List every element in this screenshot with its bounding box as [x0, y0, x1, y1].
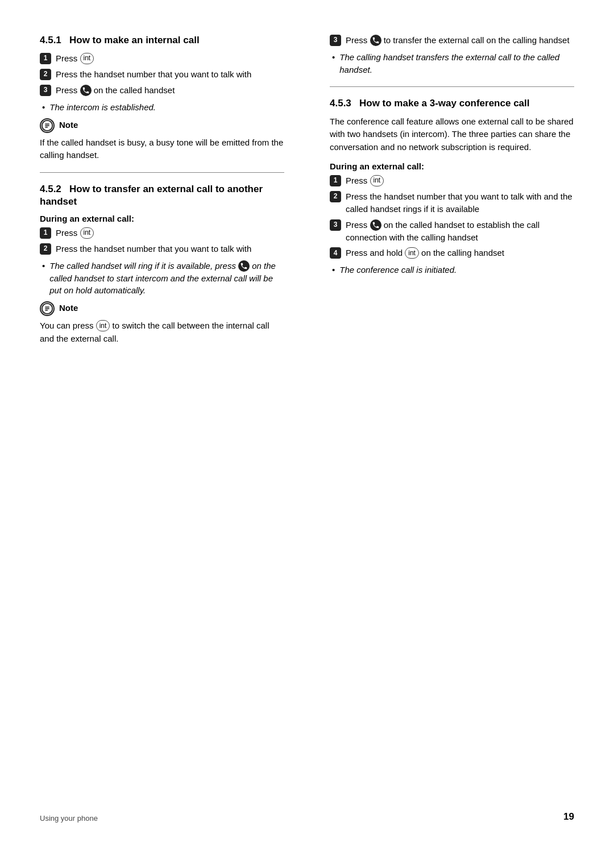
step-num-1: 1 [40, 53, 51, 64]
page: 4.5.1 How to make an internal call 1 Pre… [0, 0, 614, 868]
divider-1 [40, 172, 284, 173]
step-num-453-2: 2 [330, 191, 341, 202]
divider-2 [330, 86, 574, 87]
step-452-1: 1 Press int [40, 227, 284, 239]
bullet-451: • The intercom is established. [42, 101, 284, 114]
bullet-451-text: The intercom is established. [49, 101, 156, 114]
section-453: 4.5.3 How to make a 3-way conference cal… [330, 97, 574, 277]
section-452-subheading: During an external call: [40, 214, 284, 223]
step-453-4: 4 Press and hold int on the calling hand… [330, 247, 574, 259]
step-451-3-text: Press on the called handset [56, 84, 284, 97]
int-badge-453-4: int [405, 247, 419, 259]
step-num-452-1: 1 [40, 227, 51, 239]
section-453-title: 4.5.3 How to make a 3-way conference cal… [330, 97, 574, 110]
step-453-3-text: Press on the called handset to establish… [346, 219, 574, 244]
page-footer: Using your phone 19 [40, 805, 574, 823]
section-452-cont-steps: 3 Press to transfer the external call on… [330, 34, 574, 47]
section-451-title: 4.5.1 How to make an internal call [40, 34, 284, 47]
bullet-452-cont-text: The calling handset transfers the extern… [339, 51, 574, 76]
step-451-1-text: Press int [56, 52, 284, 65]
left-column: 4.5.1 How to make an internal call 1 Pre… [40, 34, 296, 794]
bullet-dot: • [42, 102, 45, 112]
note-content-452: You can press int to switch the call bet… [40, 319, 284, 345]
note-label-452: Note [59, 301, 78, 315]
step-452-3: 3 Press to transfer the external call on… [330, 34, 574, 47]
bullet-453: • The conference call is initiated. [332, 264, 574, 276]
bullet-452: • The called handset will ring if it is … [42, 260, 284, 297]
step-num-2: 2 [40, 69, 51, 80]
section-453-description: The conference call feature allows one e… [330, 115, 574, 154]
note-icon-451 [40, 118, 55, 133]
int-badge-452-1: int [80, 227, 94, 239]
step-453-2: 2 Press the handset number that you want… [330, 190, 574, 215]
talk-icon-452-3 [370, 35, 381, 46]
step-453-1: 1 Press int [330, 175, 574, 187]
int-badge: int [80, 53, 94, 64]
bullet-dot-452-cont: • [332, 52, 335, 62]
right-column: 3 Press to transfer the external call on… [318, 34, 574, 794]
bullet-452-cont: • The calling handset transfers the exte… [332, 51, 574, 76]
step-451-1: 1 Press int [40, 52, 284, 65]
step-453-3: 3 Press on the called handset to establi… [330, 219, 574, 244]
main-content: 4.5.1 How to make an internal call 1 Pre… [40, 34, 574, 794]
bullet-dot-452: • [42, 261, 45, 271]
note-icon-452 [40, 301, 55, 316]
bullet-452-text: The called handset will ring if it is av… [49, 260, 284, 297]
note-label-451: Note [59, 118, 78, 132]
step-num-452-3: 3 [330, 35, 341, 46]
note-451: Note [40, 118, 284, 133]
step-451-3: 3 Press on the called handset [40, 84, 284, 97]
step-452-3-text: Press to transfer the external call on t… [346, 34, 574, 47]
step-451-2-text: Press the handset number that you want t… [56, 68, 284, 81]
step-451-2: 2 Press the handset number that you want… [40, 68, 284, 81]
step-num-453-3: 3 [330, 219, 341, 231]
step-452-2: 2 Press the handset number that you want… [40, 243, 284, 255]
talk-icon-453-3 [370, 219, 381, 231]
section-452-steps: 1 Press int 2 Press the handset number t… [40, 227, 284, 255]
bullet-dot-453: • [332, 265, 335, 275]
step-num-3: 3 [40, 85, 51, 96]
bullet-453-text: The conference call is initiated. [339, 264, 457, 276]
talk-icon [80, 85, 92, 96]
step-453-2-text: Press the handset number that you want t… [346, 190, 574, 215]
section-452: 4.5.2 How to transfer an external call t… [40, 183, 284, 346]
section-453-subheading: During an external call: [330, 161, 574, 171]
section-453-number: 4.5.3 [330, 98, 351, 109]
footer-left-text: Using your phone [40, 814, 98, 823]
section-452-number: 4.5.2 [40, 184, 61, 194]
step-452-1-text: Press int [56, 227, 284, 239]
step-452-2-text: Press the handset number that you want t… [56, 243, 284, 255]
step-num-452-2: 2 [40, 243, 51, 255]
note-452: Note [40, 301, 284, 316]
step-num-453-4: 4 [330, 247, 341, 259]
step-num-453-1: 1 [330, 175, 341, 186]
section-451-steps: 1 Press int 2 Press the handset number t… [40, 52, 284, 97]
int-badge-453-1: int [370, 175, 384, 186]
step-453-1-text: Press int [346, 175, 574, 187]
section-452-title: 4.5.2 How to transfer an external call t… [40, 183, 284, 208]
section-453-steps: 1 Press int 2 Press the handset number t… [330, 175, 574, 259]
talk-icon-452 [238, 260, 250, 272]
step-453-4-text: Press and hold int on the calling handse… [346, 247, 574, 259]
note-content-451: If the called handset is busy, a busy to… [40, 136, 284, 162]
int-badge-452-note: int [96, 320, 110, 331]
section-451: 4.5.1 How to make an internal call 1 Pre… [40, 34, 284, 162]
section-452-cont: 3 Press to transfer the external call on… [330, 34, 574, 76]
page-number: 19 [563, 811, 574, 823]
section-451-number: 4.5.1 [40, 35, 61, 45]
